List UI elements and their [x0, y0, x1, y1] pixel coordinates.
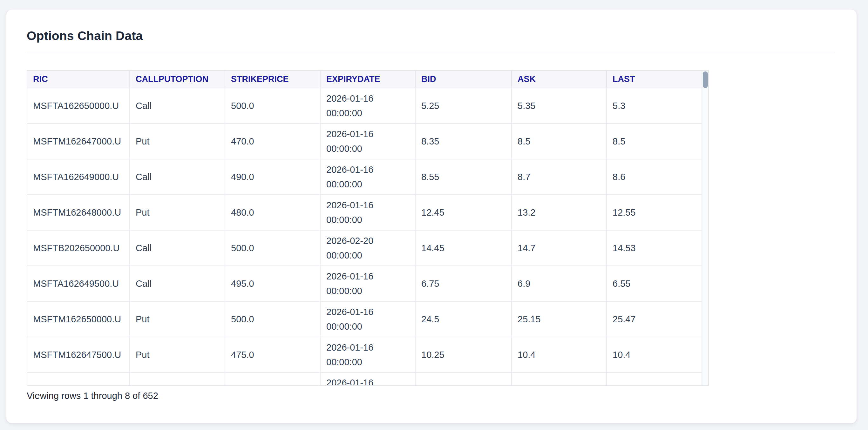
table-cell: 25.47 — [607, 301, 702, 337]
column-header-last: LAST — [607, 71, 702, 88]
table-row: MSFTM162647000.U Put 470.0 2026-01-16 00… — [27, 124, 702, 159]
table-cell — [130, 372, 225, 386]
table-cell: Put — [130, 195, 225, 230]
table-cell: 8.5 — [607, 124, 702, 159]
row-count-status: Viewing rows 1 through 8 of 652 — [27, 389, 158, 402]
table-cell: 2026-01-16 00:00:00 — [320, 195, 415, 230]
table-cell: 2026-01-16 00:00:00 — [320, 337, 415, 372]
table-row: MSFTA162649000.U Call 490.0 2026-01-16 0… — [27, 159, 702, 195]
table-cell: 500.0 — [225, 301, 320, 337]
table-scrollbar-track[interactable] — [702, 71, 708, 385]
table-cell: MSFTM162647000.U — [27, 124, 130, 159]
table-cell: 6.9 — [512, 266, 607, 301]
column-header-strikeprice: STRIKEPRICE — [225, 71, 320, 88]
table-cell: MSFTA162650000.U — [27, 88, 130, 124]
table-cell: 10.25 — [415, 337, 512, 372]
column-header-ask: ASK — [512, 71, 607, 88]
table-cell: 2026-01-16 00:00:00 — [320, 159, 415, 195]
options-chain-table: RIC CALLPUTOPTION STRIKEPRICE EXPIRYDATE… — [27, 71, 702, 386]
table-cell: 6.55 — [607, 266, 702, 301]
header-row: RIC CALLPUTOPTION STRIKEPRICE EXPIRYDATE… — [27, 71, 702, 88]
table-cell: Put — [130, 301, 225, 337]
table-cell: 10.4 — [607, 337, 702, 372]
table-row: MSFTM162648000.U Put 480.0 2026-01-16 00… — [27, 195, 702, 230]
table-cell: 2026-01-16 00:00:00 — [320, 88, 415, 124]
table-cell: 2026-01-16 00:00:00 — [320, 124, 415, 159]
table-row-partial: 2026-01-16 — [27, 372, 702, 386]
table-cell: Call — [130, 88, 225, 124]
table-cell: 2026-01-16 — [320, 372, 415, 386]
table-cell: 10.4 — [512, 337, 607, 372]
table-cell: MSFTM162648000.U — [27, 195, 130, 230]
table-cell: 14.53 — [607, 230, 702, 266]
table-cell — [225, 372, 320, 386]
table-cell: 500.0 — [225, 230, 320, 266]
table-cell: 500.0 — [225, 88, 320, 124]
table-cell: 14.7 — [512, 230, 607, 266]
table-cell: MSFTM162647500.U — [27, 337, 130, 372]
column-header-bid: BID — [415, 71, 512, 88]
table-cell: 5.3 — [607, 88, 702, 124]
table-cell: 24.5 — [415, 301, 512, 337]
table-cell: 8.6 — [607, 159, 702, 195]
table-cell: 5.35 — [512, 88, 607, 124]
table-cell: 25.15 — [512, 301, 607, 337]
table-row: MSFTM162650000.U Put 500.0 2026-01-16 00… — [27, 301, 702, 337]
table-cell: MSFTA162649000.U — [27, 159, 130, 195]
table-cell: 2026-01-16 00:00:00 — [320, 266, 415, 301]
table-cell: 2026-01-16 00:00:00 — [320, 301, 415, 337]
title-divider — [27, 53, 835, 53]
table-body: MSFTA162650000.U Call 500.0 2026-01-16 0… — [27, 88, 702, 386]
table-row: MSFTA162649500.U Call 495.0 2026-01-16 0… — [27, 266, 702, 301]
table-cell: Put — [130, 337, 225, 372]
table-cell: 490.0 — [225, 159, 320, 195]
table-cell — [607, 372, 702, 386]
table-cell: 495.0 — [225, 266, 320, 301]
table-cell: 12.55 — [607, 195, 702, 230]
table-cell: 8.7 — [512, 159, 607, 195]
table-cell: 475.0 — [225, 337, 320, 372]
table-cell — [512, 372, 607, 386]
table-cell: MSFTA162649500.U — [27, 266, 130, 301]
table-cell: 8.55 — [415, 159, 512, 195]
table-cell: 480.0 — [225, 195, 320, 230]
table-cell: 12.45 — [415, 195, 512, 230]
table-cell: 470.0 — [225, 124, 320, 159]
table-cell: 6.75 — [415, 266, 512, 301]
table-cell: 2026-02-20 00:00:00 — [320, 230, 415, 266]
table-cell: 13.2 — [512, 195, 607, 230]
table-cell: Call — [130, 159, 225, 195]
table-cell: 14.45 — [415, 230, 512, 266]
table-row: MSFTB202650000.U Call 500.0 2026-02-20 0… — [27, 230, 702, 266]
table-row: MSFTA162650000.U Call 500.0 2026-01-16 0… — [27, 88, 702, 124]
table-cell — [415, 372, 512, 386]
table-header: RIC CALLPUTOPTION STRIKEPRICE EXPIRYDATE… — [27, 71, 702, 88]
table-cell: MSFTB202650000.U — [27, 230, 130, 266]
table-cell: Call — [130, 266, 225, 301]
table-cell: 8.35 — [415, 124, 512, 159]
options-chain-card: Options Chain Data RIC CALLPUTOPTION STR… — [6, 9, 857, 423]
table-cell: 5.25 — [415, 88, 512, 124]
page-title: Options Chain Data — [27, 28, 143, 44]
table-cell — [27, 372, 130, 386]
table-row: MSFTM162647500.U Put 475.0 2026-01-16 00… — [27, 337, 702, 372]
column-header-expirydate: EXPIRYDATE — [320, 71, 415, 88]
options-table-container: RIC CALLPUTOPTION STRIKEPRICE EXPIRYDATE… — [27, 70, 709, 386]
table-cell: Put — [130, 124, 225, 159]
table-cell: MSFTM162650000.U — [27, 301, 130, 337]
table-cell: 8.5 — [512, 124, 607, 159]
scrollbar-thumb[interactable] — [703, 71, 708, 88]
column-header-callputoption: CALLPUTOPTION — [130, 71, 225, 88]
table-cell: Call — [130, 230, 225, 266]
column-header-ric: RIC — [27, 71, 130, 88]
